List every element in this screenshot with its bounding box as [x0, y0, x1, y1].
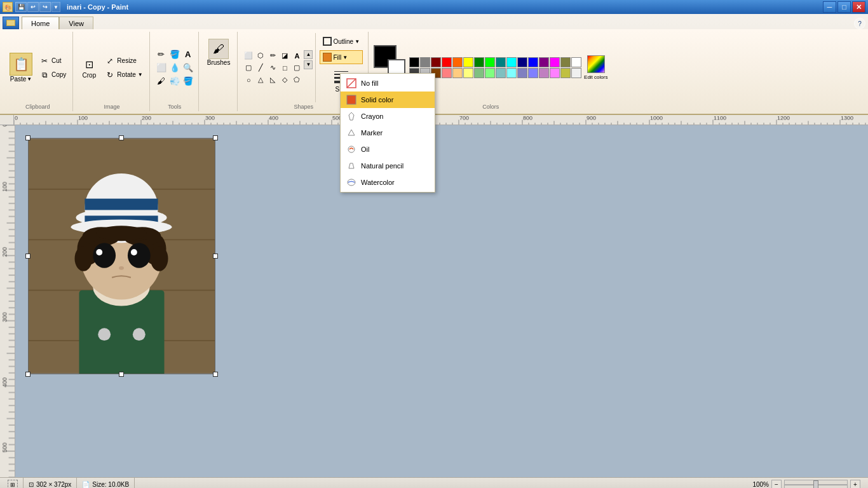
- color-swatch-80c0c0[interactable]: [496, 68, 506, 78]
- handle-mr[interactable]: [213, 254, 218, 259]
- paste-dropdown-arrow[interactable]: ▼: [27, 76, 32, 82]
- copy-button[interactable]: ⧉ Copy: [37, 69, 69, 81]
- quick-undo[interactable]: ↩: [27, 2, 39, 12]
- fill-menu-solid-color[interactable]: Solid color: [341, 92, 435, 108]
- brush-tool[interactable]: 🖌: [155, 75, 168, 88]
- paste-button[interactable]: 📋 Paste ▼: [6, 50, 36, 86]
- airbrush-tool[interactable]: 💨: [168, 75, 181, 88]
- rotate-dropdown-arrow[interactable]: ▼: [138, 72, 143, 78]
- color-swatch-0000ff[interactable]: [528, 57, 538, 67]
- zoom-in-button[interactable]: +: [850, 480, 860, 489]
- rotate-button[interactable]: ↻ Rotate ▼: [102, 69, 145, 81]
- canvas-workspace[interactable]: [15, 125, 868, 477]
- paint-menu-button[interactable]: [3, 17, 19, 29]
- ellipse-shape[interactable]: ○: [243, 74, 254, 86]
- tab-view[interactable]: View: [59, 17, 93, 29]
- quick-save[interactable]: 💾: [15, 2, 27, 12]
- rainbow-color-btn[interactable]: [587, 55, 605, 73]
- color-swatch-000000[interactable]: [409, 57, 419, 67]
- handle-tm[interactable]: [119, 135, 124, 140]
- pencil-shape[interactable]: ✏: [267, 50, 278, 62]
- resize-button[interactable]: ⤢ Resize: [102, 55, 145, 67]
- color-swatch-808080[interactable]: [420, 57, 430, 67]
- cut-button[interactable]: ✂ Cut: [37, 55, 69, 67]
- pencil-tool[interactable]: ✏: [155, 48, 168, 61]
- select-free-shape[interactable]: ⬡: [255, 50, 266, 62]
- color-swatch-ff8080[interactable]: [442, 68, 452, 78]
- text-shape[interactable]: A: [291, 50, 302, 62]
- fill-menu-no-fill[interactable]: No fill: [341, 75, 435, 92]
- crop-button[interactable]: ⊡ Crop: [78, 55, 100, 81]
- fill-menu-natural-pencil[interactable]: Natural pencil: [341, 158, 435, 174]
- color-swatch-ffffff[interactable]: [571, 57, 581, 67]
- color-swatch-ffff80[interactable]: [463, 68, 473, 78]
- eraser-tool[interactable]: ⬜: [155, 62, 168, 74]
- color-swatch-00ff00[interactable]: [485, 57, 495, 67]
- color-swatch-80ff80[interactable]: [485, 68, 495, 78]
- handle-bl[interactable]: [25, 372, 31, 377]
- outline-button[interactable]: Outline ▼: [320, 34, 363, 48]
- close-button[interactable]: ✕: [852, 1, 865, 13]
- help-button[interactable]: ?: [854, 18, 865, 29]
- color-swatch-800000[interactable]: [431, 57, 441, 67]
- zoom-slider[interactable]: [784, 480, 848, 489]
- eraser-shape[interactable]: ▢: [243, 62, 254, 74]
- color-swatch-00ffff[interactable]: [506, 57, 517, 67]
- handle-tr[interactable]: [213, 135, 218, 140]
- round-rect-shape[interactable]: ▢: [291, 62, 302, 74]
- shapes-scroll-up[interactable]: ▲: [304, 50, 313, 59]
- select-rect-shape[interactable]: ⬜: [243, 50, 254, 62]
- handle-bm[interactable]: [119, 372, 124, 377]
- color-swatch-008000[interactable]: [474, 57, 484, 67]
- curve-shape[interactable]: ∿: [267, 62, 278, 74]
- fill-tool[interactable]: 🪣: [168, 48, 181, 61]
- diamond-shape[interactable]: ◇: [279, 74, 290, 86]
- fill-button[interactable]: Fill ▼: [320, 50, 363, 64]
- magnify-tool[interactable]: 🔍: [182, 62, 194, 74]
- shapes-scroll-down[interactable]: ▼: [304, 60, 313, 69]
- quick-redo[interactable]: ↪: [39, 2, 51, 12]
- maximize-button[interactable]: □: [837, 1, 851, 13]
- fill-menu-watercolor[interactable]: Watercolor: [341, 174, 435, 191]
- color-swatch-ff6600[interactable]: [452, 57, 463, 67]
- color-swatch-ffff00[interactable]: [463, 57, 473, 67]
- color-swatch-ff0000[interactable]: [442, 57, 452, 67]
- color-swatch-80ffff[interactable]: [506, 68, 517, 78]
- outline-dropdown[interactable]: ▼: [355, 39, 360, 44]
- color-swatch-800080[interactable]: [539, 57, 549, 67]
- brushes-button[interactable]: 🖌 Brushes: [204, 36, 234, 69]
- handle-ml[interactable]: [25, 254, 31, 259]
- fill-menu-crayon[interactable]: Crayon: [341, 108, 435, 125]
- fill-shape[interactable]: ◪: [279, 50, 290, 62]
- fill-menu-oil[interactable]: Oil: [341, 141, 435, 158]
- color-picker-tool[interactable]: 💧: [168, 62, 181, 74]
- color-swatch-008080[interactable]: [496, 57, 506, 67]
- triangle-shape[interactable]: △: [255, 74, 266, 86]
- color-swatch-f0f0f0[interactable]: [571, 68, 581, 78]
- color-swatch-8080ff[interactable]: [528, 68, 538, 78]
- zoom-slider-thumb[interactable]: [813, 480, 818, 489]
- line-shape[interactable]: ╱: [255, 62, 266, 74]
- color-swatch-ff00ff[interactable]: [550, 57, 560, 67]
- color-swatch-c080c0[interactable]: [539, 68, 549, 78]
- fill-menu-marker[interactable]: Marker: [341, 125, 435, 141]
- text-tool[interactable]: A: [182, 48, 194, 61]
- fill-dropdown[interactable]: ▼: [342, 55, 348, 60]
- quick-access-dropdown[interactable]: ▼: [51, 2, 60, 12]
- color-swatch-ffcc80[interactable]: [452, 68, 463, 78]
- rect-shape[interactable]: □: [279, 62, 290, 74]
- color-swatch-808040[interactable]: [560, 57, 571, 67]
- minimize-button[interactable]: ─: [823, 1, 836, 13]
- color-swatch-8080c0[interactable]: [517, 68, 527, 78]
- zoom-out-button[interactable]: −: [771, 480, 782, 489]
- right-triangle-shape[interactable]: ◺: [267, 74, 278, 86]
- color-swatch-80c080[interactable]: [474, 68, 484, 78]
- handle-br[interactable]: [213, 372, 218, 377]
- canvas-image[interactable]: [28, 138, 215, 374]
- tab-home[interactable]: Home: [22, 17, 59, 29]
- color-swatch-c0c040[interactable]: [560, 68, 571, 78]
- color-swatch-ff80ff[interactable]: [550, 68, 560, 78]
- color-swatch-000080[interactable]: [517, 57, 527, 67]
- paint-bucket-tool[interactable]: 🪣: [182, 75, 194, 88]
- edit-colors-button[interactable]: Edit colors: [584, 74, 607, 81]
